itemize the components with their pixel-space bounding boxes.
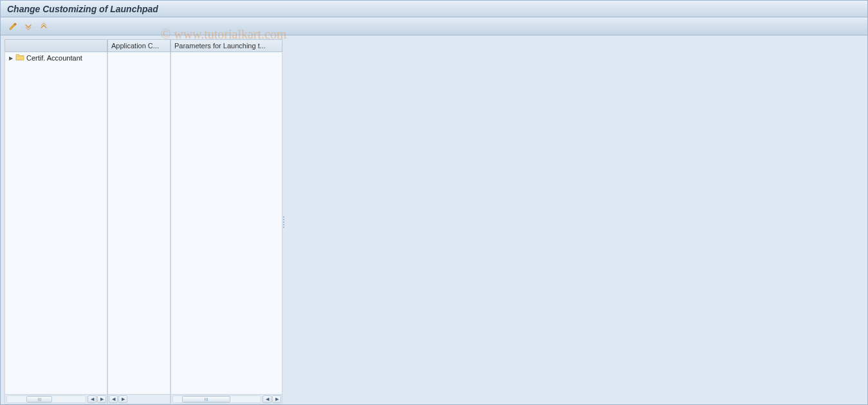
toggle-display-button[interactable] (7, 21, 19, 32)
collapse-up-icon (39, 22, 48, 31)
scroll-left-icon[interactable]: ◀ (263, 395, 272, 403)
tree-body[interactable]: ▶ Certif. Accountant (5, 52, 107, 394)
scroll-left-icon[interactable]: ◀ (88, 395, 97, 403)
app-hscrollbar[interactable]: ◀ ▶ (107, 394, 171, 404)
content-area: ▶ Certif. Accountant (1, 35, 867, 404)
tree-column: ▶ Certif. Accountant (5, 39, 107, 404)
left-panel: ▶ Certif. Accountant (5, 39, 282, 404)
app-window: Change Customizing of Launchpad (0, 0, 868, 405)
application-column-header[interactable]: Application C... (107, 39, 171, 52)
tree-column-header[interactable] (5, 39, 107, 52)
expand-toggle-icon[interactable]: ▶ (8, 55, 14, 61)
expand-all-button[interactable] (23, 21, 34, 32)
toolbar (1, 17, 867, 35)
window-title: Change Customizing of Launchpad (7, 4, 158, 14)
scroll-right-icon[interactable]: ▶ (272, 395, 281, 403)
tree-item-certif-accountant[interactable]: ▶ Certif. Accountant (5, 52, 107, 64)
tree-item-label: Certif. Accountant (26, 54, 82, 62)
parameters-column-header[interactable]: Parameters for Launching t... (171, 39, 282, 52)
folder-icon (15, 53, 24, 62)
collapse-all-button[interactable] (38, 21, 50, 32)
application-body[interactable] (107, 52, 171, 394)
expand-down-icon (24, 22, 33, 31)
scroll-right-icon[interactable]: ▶ (97, 395, 106, 403)
scroll-thumb[interactable] (182, 396, 230, 402)
scroll-track[interactable] (6, 395, 86, 403)
parameters-body[interactable] (171, 52, 282, 394)
parameters-column: Parameters for Launching t... ◀ ▶ (171, 39, 282, 404)
right-detail-panel (282, 39, 867, 404)
tree-hscrollbar[interactable]: ◀ ▶ (5, 394, 107, 404)
scroll-right-icon[interactable]: ▶ (118, 395, 127, 403)
param-hscrollbar[interactable]: ◀ ▶ (171, 394, 282, 404)
application-column: Application C... ◀ ▶ (107, 39, 171, 404)
title-bar: Change Customizing of Launchpad (1, 1, 867, 17)
scroll-track[interactable] (172, 395, 261, 403)
pencil-toggle-icon (8, 22, 17, 31)
scroll-thumb[interactable] (26, 396, 52, 402)
scroll-left-icon[interactable]: ◀ (109, 395, 118, 403)
splitter-handle[interactable] (282, 209, 286, 235)
